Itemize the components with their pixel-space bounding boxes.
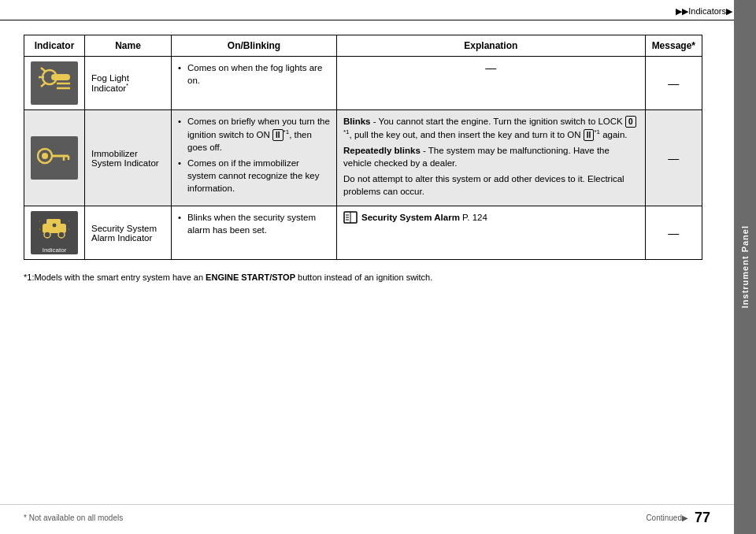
col-header-indicator: Indicator	[24, 35, 85, 57]
security-alarm-link: Security System Alarm P. 124	[343, 211, 639, 224]
svg-point-15	[58, 232, 65, 238]
security-icon-box: Indicator	[31, 211, 78, 254]
security-name-cell: Security System Alarm Indicator	[85, 206, 172, 260]
immobilizer-icon	[37, 143, 72, 173]
fog-on-blinking-cell: Comes on when the fog lights are on.	[172, 57, 337, 110]
svg-line-3	[41, 68, 46, 72]
footnote-star1: *1:Models with the smart entry system ha…	[24, 273, 206, 282]
security-alarm-link-text: Security System Alarm P. 124	[361, 213, 487, 222]
security-alarm-page-num: P. 124	[462, 213, 487, 222]
security-indicator-cell: Indicator	[24, 206, 85, 260]
svg-point-16	[52, 223, 57, 228]
immobilizer-name-cell: Immobilizer System Indicator	[85, 110, 172, 206]
explanation-blinks: Blinks - You cannot start the engine. Tu…	[343, 115, 639, 141]
fog-explanation-dash: —	[343, 61, 639, 74]
footnote-rest: button instead of an ignition switch.	[295, 273, 432, 282]
page-number: 77	[695, 510, 710, 526]
col-header-name: Name	[85, 35, 172, 57]
book-icon	[343, 211, 358, 224]
immobilizer-explanation-text: Blinks - You cannot start the engine. Tu…	[343, 115, 639, 198]
col-header-message: Message*	[645, 35, 702, 57]
explanation-repeatedly: Repeatedly blinks - The system may be ma…	[343, 144, 639, 169]
fog-bullet-list: Comes on when the fog lights are on.	[178, 61, 330, 87]
fog-message-cell: —	[645, 57, 702, 110]
footer-right: Continued▶ 77	[646, 510, 710, 526]
immobilizer-bullet-list: Comes on briefly when you turn the ignit…	[178, 115, 330, 195]
sidebar-label: Instrument Panel	[740, 225, 750, 308]
fog-name-text: Fog Light Indicator*	[91, 73, 129, 94]
immobilizer-name-text: Immobilizer System Indicator	[91, 149, 159, 168]
continued-text: Continued▶	[646, 514, 688, 522]
svg-line-2	[41, 83, 46, 87]
immobilizer-message-dash: —	[652, 152, 695, 165]
immobilizer-indicator-cell	[24, 110, 85, 206]
fog-indicator-cell	[24, 57, 85, 110]
immobilizer-on-blinking-cell: Comes on briefly when you turn the ignit…	[172, 110, 337, 206]
col-header-explanation: Explanation	[337, 35, 646, 57]
security-message-dash: —	[652, 227, 695, 239]
immobilizer-explanation-cell: Blinks - You cannot start the engine. Tu…	[337, 110, 646, 206]
security-alarm-icon	[39, 213, 69, 245]
footnote: *1:Models with the smart entry system ha…	[24, 271, 702, 284]
security-alarm-bold: Security System Alarm	[361, 213, 460, 222]
fog-message-dash: —	[652, 77, 695, 90]
footer-note: * Not available on all models	[24, 514, 123, 522]
page-footer: * Not available on all models Continued▶…	[0, 504, 734, 526]
security-name-text: Security System Alarm Indicator	[91, 224, 157, 243]
col-header-on-blinking: On/Blinking	[172, 35, 337, 57]
security-on-blinking-cell: Blinks when the security system alarm ha…	[172, 206, 337, 260]
fog-name-cell: Fog Light Indicator*	[85, 57, 172, 110]
security-message-cell: —	[645, 206, 702, 260]
footnote-bold: ENGINE START/STOP	[206, 273, 295, 282]
immobilizer-icon-box	[31, 136, 78, 180]
explanation-warning: Do not attempt to alter this system or a…	[343, 172, 639, 198]
table-row: Indicator Security System Alarm Indicato…	[24, 206, 702, 260]
table-row: Immobilizer System Indicator Comes on br…	[24, 110, 702, 206]
right-sidebar: Instrument Panel	[734, 0, 756, 534]
immobilizer-message-cell: —	[645, 110, 702, 206]
indicators-table: Indicator Name On/Blinking Explanation M…	[24, 35, 702, 260]
security-indicator-label: Indicator	[43, 247, 67, 254]
fog-icon-box	[31, 61, 78, 105]
table-row: Fog Light Indicator* Comes on when the f…	[24, 57, 702, 110]
list-item: Comes on when the fog lights are on.	[178, 61, 330, 87]
fog-explanation-cell: —	[337, 57, 646, 110]
svg-point-14	[44, 232, 50, 238]
main-content: Indicator Name On/Blinking Explanation M…	[0, 20, 734, 300]
list-item: Comes on if the immobilizer system canno…	[178, 157, 330, 195]
fog-light-icon	[39, 66, 70, 100]
list-item: Comes on briefly when you turn the ignit…	[178, 115, 330, 154]
list-item: Blinks when the security system alarm ha…	[178, 211, 330, 236]
page-header: ▶▶Indicators▶	[0, 0, 756, 20]
security-explanation-cell: Security System Alarm P. 124	[337, 206, 646, 260]
svg-rect-4	[51, 74, 70, 80]
svg-point-8	[42, 153, 48, 159]
security-bullet-list: Blinks when the security system alarm ha…	[178, 211, 330, 236]
breadcrumb: ▶▶Indicators▶	[676, 6, 732, 17]
